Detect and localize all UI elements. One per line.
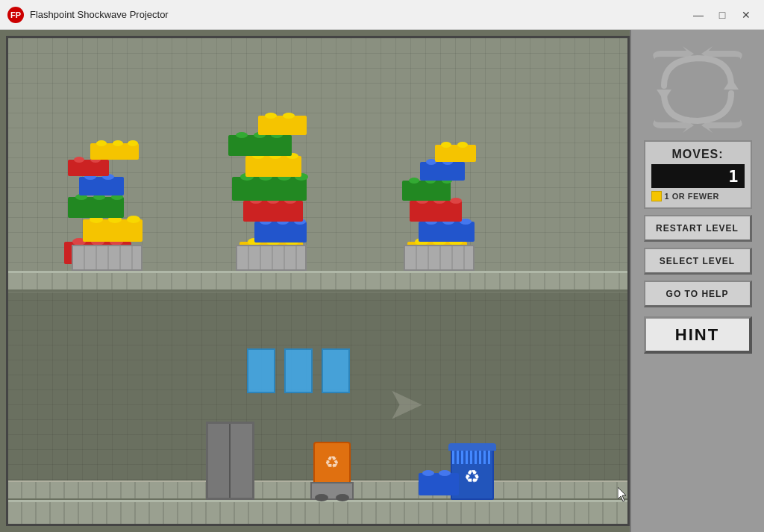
svg-point-48: [265, 113, 277, 119]
pedestal-3: [404, 245, 475, 271]
svg-rect-72: [419, 473, 459, 495]
target-slot-2: [284, 348, 313, 393]
svg-rect-66: [420, 162, 465, 181]
svg-point-44: [236, 132, 248, 138]
svg-point-63: [409, 178, 419, 184]
svg-point-67: [426, 159, 436, 165]
top-shelf: [8, 271, 627, 292]
svg-point-16: [74, 157, 84, 163]
rotation-arrows-svg[interactable]: [642, 45, 754, 134]
minimize-button[interactable]: —: [688, 6, 709, 24]
tower-2: [217, 81, 348, 271]
svg-rect-39: [245, 156, 301, 177]
svg-point-7: [127, 216, 140, 223]
target-slot-1: [247, 348, 275, 393]
recycle-bin-lid: [448, 443, 496, 451]
svg-rect-8: [68, 197, 124, 218]
door: [206, 422, 254, 500]
titlebar-left: FP Flashpoint Shockwave Projector: [7, 7, 169, 23]
close-button[interactable]: ✕: [736, 6, 757, 24]
moves-label: MOVES:: [651, 148, 745, 161]
moves-value: 1: [728, 167, 738, 186]
arrow-indicator: ➤: [389, 382, 422, 427]
svg-rect-47: [258, 116, 307, 135]
svg-rect-15: [68, 160, 109, 176]
tower-3: [389, 81, 508, 271]
svg-point-74: [439, 470, 451, 476]
goal-gem-icon: [651, 191, 662, 201]
bottom-floor: [8, 500, 627, 524]
blue-brick-lower: [417, 466, 460, 500]
hint-button[interactable]: HINT: [644, 316, 752, 354]
moves-bar: 1: [651, 164, 745, 188]
svg-rect-34: [232, 177, 307, 201]
titlebar: FP Flashpoint Shockwave Projector — □ ✕: [0, 0, 764, 30]
svg-rect-58: [410, 201, 462, 222]
side-panel: MOVES: 1 1 OR FEWER RESTART LEVEL SELECT…: [630, 30, 764, 532]
pedestal-1: [72, 245, 143, 271]
svg-point-70: [441, 142, 451, 148]
moves-goal: 1 OR FEWER: [651, 191, 745, 201]
rotation-arrows[interactable]: [642, 45, 754, 134]
select-level-button[interactable]: SELECT LEVEL: [644, 248, 752, 275]
svg-point-20: [113, 140, 123, 146]
maximize-button[interactable]: □: [712, 6, 733, 24]
robot-character: ♻: [310, 442, 354, 500]
svg-rect-43: [228, 135, 292, 156]
tower-3-svg: [389, 81, 508, 268]
door-panel-left: [208, 424, 231, 498]
pedestal-2: [236, 245, 307, 271]
tower-1-svg: [53, 81, 172, 268]
svg-point-73: [422, 470, 434, 476]
svg-marker-75: [724, 78, 739, 90]
svg-point-71: [457, 142, 468, 148]
svg-rect-26: [254, 222, 307, 242]
window-title: Flashpoint Shockwave Projector: [30, 9, 169, 20]
svg-point-49: [283, 113, 295, 119]
bottom-section: ➤ ♻: [8, 292, 627, 524]
svg-rect-12: [79, 177, 124, 195]
svg-rect-54: [419, 222, 475, 242]
game-area[interactable]: ➤ ♻: [6, 36, 630, 526]
svg-marker-76: [657, 90, 671, 101]
window-controls: — □ ✕: [688, 6, 757, 24]
svg-point-61: [450, 198, 462, 204]
main-container: ➤ ♻: [0, 30, 764, 532]
go-to-help-button[interactable]: GO TO HELP: [644, 281, 752, 307]
moves-panel: MOVES: 1 1 OR FEWER: [644, 140, 752, 209]
tower-2-svg: [217, 81, 348, 268]
svg-point-19: [96, 140, 107, 146]
svg-rect-62: [402, 181, 451, 201]
svg-rect-69: [435, 145, 476, 162]
tower-1: [53, 81, 172, 271]
target-slot-3: [322, 348, 350, 393]
svg-rect-30: [243, 201, 303, 222]
svg-point-21: [128, 140, 138, 146]
goal-text: 1 OR FEWER: [665, 192, 719, 201]
restart-level-button[interactable]: RESTART LEVEL: [644, 215, 752, 242]
door-panel-right: [231, 424, 253, 498]
top-section: [8, 38, 627, 292]
app-icon: FP: [7, 7, 24, 23]
